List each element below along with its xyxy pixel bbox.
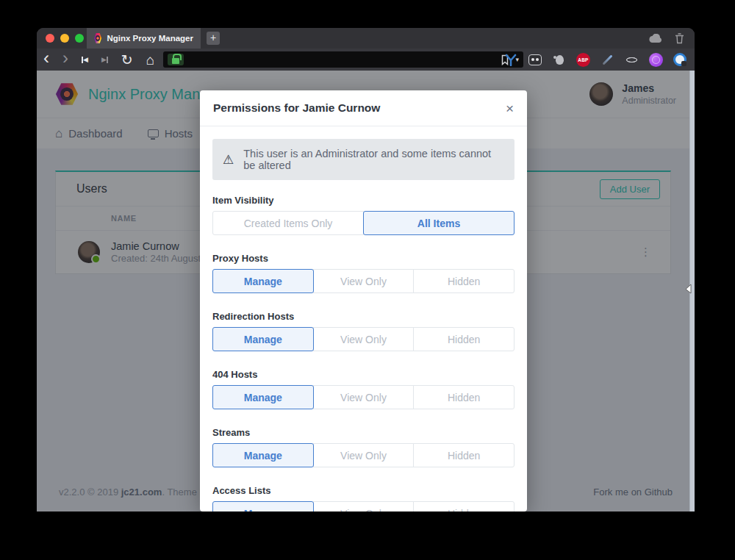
proxy-hosts-label: Proxy Hosts	[212, 253, 514, 264]
option-hidden[interactable]: Hidden	[413, 269, 514, 293]
404-hosts-options: Manage View Only Hidden	[212, 385, 514, 409]
item-visibility-options: Created Items Only All Items	[212, 211, 514, 235]
option-manage[interactable]: Manage	[212, 501, 314, 511]
gnome-foot-icon[interactable]	[552, 52, 567, 67]
skip-back-icon[interactable]: ◀	[75, 57, 95, 63]
option-manage[interactable]: Manage	[212, 327, 314, 351]
warning-icon: ⚠	[223, 154, 234, 166]
modal-title: Permissions for Jamie Curnow	[213, 101, 380, 115]
zoom-window-button[interactable]	[75, 34, 84, 43]
fork-extension-icon[interactable]	[503, 52, 518, 67]
browser-toolbar: ‹ › ◀ ▶ ↻ ⌂ ▾ ABP	[37, 49, 695, 71]
close-icon[interactable]: ×	[506, 101, 514, 115]
option-view-only[interactable]: View Only	[313, 385, 415, 409]
option-manage[interactable]: Manage	[212, 269, 314, 293]
option-hidden[interactable]: Hidden	[413, 385, 514, 409]
access-lists-options: Manage View Only Hidden	[212, 501, 514, 511]
permissions-modal: Permissions for Jamie Curnow × ⚠ This us…	[200, 90, 527, 511]
trash-icon[interactable]	[675, 32, 684, 44]
browser-tab[interactable]: Nginx Proxy Manager	[87, 28, 201, 49]
back-button[interactable]: ‹	[37, 49, 56, 67]
access-lists-label: Access Lists	[212, 485, 514, 496]
purple-extension-icon[interactable]	[648, 52, 663, 67]
mouse-cursor	[685, 284, 692, 294]
cloud-icon[interactable]	[648, 34, 663, 43]
option-hidden[interactable]: Hidden	[413, 443, 514, 467]
adblock-extension-icon[interactable]: ABP	[576, 53, 590, 67]
option-hidden[interactable]: Hidden	[413, 501, 514, 511]
alert-text: This user is an Administrator and some i…	[243, 148, 504, 171]
page-content: Nginx Proxy Manager James Administrator …	[37, 71, 695, 511]
admin-warning-alert: ⚠ This user is an Administrator and some…	[212, 139, 514, 180]
item-visibility-label: Item Visibility	[212, 195, 514, 206]
skip-forward-icon[interactable]: ▶	[95, 57, 115, 63]
extension-icons: ABP	[503, 49, 687, 71]
browser-titlebar: Nginx Proxy Manager +	[37, 28, 695, 49]
option-view-only[interactable]: View Only	[313, 443, 415, 467]
browser-window: Nginx Proxy Manager + ‹ › ◀ ▶ ↻ ⌂ ▾	[37, 28, 695, 511]
option-hidden[interactable]: Hidden	[413, 327, 514, 351]
option-view-only[interactable]: View Only	[313, 327, 415, 351]
tab-favicon	[94, 33, 101, 44]
containers-extension-icon[interactable]	[528, 52, 542, 67]
streams-options: Manage View Only Hidden	[212, 443, 514, 467]
new-tab-button[interactable]: +	[207, 32, 220, 45]
color-picker-extension-icon[interactable]	[600, 52, 614, 67]
streams-label: Streams	[212, 427, 514, 438]
forward-button[interactable]: ›	[56, 49, 75, 67]
option-manage[interactable]: Manage	[212, 443, 314, 467]
404-hosts-label: 404 Hosts	[212, 369, 514, 380]
ssl-lock-icon[interactable]	[168, 54, 184, 65]
option-all-items[interactable]: All Items	[363, 211, 514, 235]
reload-button[interactable]: ↻	[115, 53, 140, 67]
url-bar[interactable]: ▾	[163, 51, 523, 68]
option-created-items-only[interactable]: Created Items Only	[212, 211, 364, 235]
home-button[interactable]: ⌂	[140, 53, 161, 67]
option-view-only[interactable]: View Only	[313, 269, 415, 293]
minimize-window-button[interactable]	[60, 34, 69, 43]
sync-extension-icon[interactable]	[673, 52, 687, 67]
proxy-hosts-options: Manage View Only Hidden	[212, 269, 514, 293]
redirection-hosts-options: Manage View Only Hidden	[212, 327, 514, 351]
window-controls	[46, 34, 84, 43]
close-window-button[interactable]	[46, 34, 54, 43]
redirection-hosts-label: Redirection Hosts	[212, 311, 514, 322]
option-view-only[interactable]: View Only	[313, 501, 415, 511]
atom-extension-icon[interactable]	[624, 52, 639, 67]
option-manage[interactable]: Manage	[212, 385, 314, 409]
tab-title: Nginx Proxy Manager	[107, 34, 193, 43]
